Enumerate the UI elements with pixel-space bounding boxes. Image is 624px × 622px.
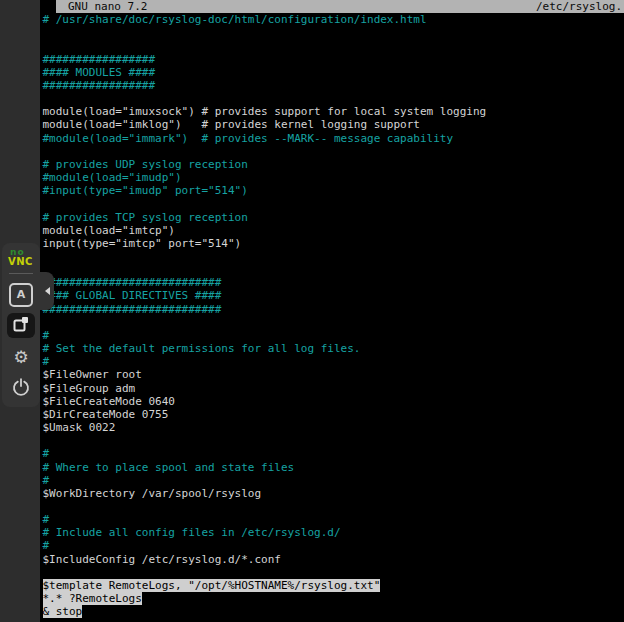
editor-line: $DirCreateMode 0755: [43, 408, 624, 421]
editor-line: ###########################: [43, 303, 624, 316]
editor-line: [43, 316, 624, 329]
editor-line: #################: [43, 53, 624, 66]
editor-line: #: [43, 513, 624, 526]
power-button[interactable]: [7, 376, 35, 401]
editor-line: # provides UDP syslog reception: [43, 158, 624, 171]
editor-content: # /usr/share/doc/rsyslog-doc/html/config…: [43, 13, 624, 618]
editor-line: $IncludeConfig /etc/rsyslog.d/*.conf: [43, 553, 624, 566]
editor-line: #### MODULES ####: [43, 66, 624, 79]
editor-line: [43, 500, 624, 513]
editor-line: *.* ?RemoteLogs: [43, 592, 624, 605]
editor-line: ###########################: [43, 276, 624, 289]
editor-line: $FileGroup adm: [43, 382, 624, 395]
editor-line: #### GLOBAL DIRECTIVES ####: [43, 289, 624, 302]
power-icon: [11, 377, 31, 400]
clipboard-icon-letter: A: [17, 289, 26, 300]
editor-line: # provides TCP syslog reception: [43, 211, 624, 224]
clipboard-button[interactable]: A: [7, 282, 35, 307]
editor-line: #: [43, 355, 624, 368]
editor-line: [43, 434, 624, 447]
editor-line: #: [43, 539, 624, 552]
novnc-logo: no VNC: [8, 248, 34, 266]
editor-line: [43, 92, 624, 105]
editor-line: [43, 263, 624, 276]
editor-line: [43, 40, 624, 53]
nano-titlebar: GNU nano 7.2 /etc/rsyslog.: [56, 0, 624, 13]
editor-line: #module(load="imudp"): [43, 171, 624, 184]
clipboard-icon: A: [9, 283, 33, 307]
editor-line: #input(type="imudp" port="514"): [43, 184, 624, 197]
collapse-left-icon: [45, 287, 50, 295]
editor-line: [43, 26, 624, 39]
editor-line: module(load="imuxsock") # provides suppo…: [43, 105, 624, 118]
editor-line: #################: [43, 79, 624, 92]
nano-app-title: GNU nano 7.2: [68, 0, 147, 13]
fullscreen-button[interactable]: [7, 313, 35, 338]
editor-line: [43, 566, 624, 579]
editor-line: $FileCreateMode 0640: [43, 395, 624, 408]
panel-divider: [9, 273, 33, 274]
editor-line: $WorkDirectory /var/spool/rsyslog: [43, 487, 624, 500]
editor-line: input(type="imtcp" port="514"): [43, 237, 624, 250]
novnc-control-bar: no VNC A ⚙: [2, 243, 40, 407]
nano-file-path: /etc/rsyslog.: [536, 0, 622, 13]
editor-line: module(load="imtcp"): [43, 224, 624, 237]
novnc-logo-vnc: VNC: [8, 257, 34, 266]
control-bar-handle[interactable]: [40, 272, 54, 310]
settings-button[interactable]: ⚙: [7, 344, 35, 369]
editor-line: $FileOwner root: [43, 368, 624, 381]
editor-line: # Include all config files in /etc/rsysl…: [43, 526, 624, 539]
editor-line: $Umask 0022: [43, 421, 624, 434]
editor-line: #module(load="immark") # provides --MARK…: [43, 132, 624, 145]
editor-line: #: [43, 329, 624, 342]
editor-line: module(load="imklog") # provides kernel …: [43, 118, 624, 131]
editor-line: # /usr/share/doc/rsyslog-doc/html/config…: [43, 13, 624, 26]
editor-line: [43, 250, 624, 263]
editor-line: # Set the default permissions for all lo…: [43, 342, 624, 355]
editor-line: & stop: [43, 605, 624, 618]
editor-line: [43, 145, 624, 158]
terminal-screen[interactable]: GNU nano 7.2 /etc/rsyslog. # /usr/share/…: [40, 0, 624, 622]
fullscreen-icon: [12, 315, 30, 336]
editor-line: #: [43, 447, 624, 460]
editor-line: # Where to place spool and state files: [43, 461, 624, 474]
editor-line: [43, 197, 624, 210]
editor-line: #: [43, 474, 624, 487]
settings-gear-icon: ⚙: [13, 349, 28, 366]
editor-line: $template RemoteLogs, "/opt/%HOSTNAME%/r…: [43, 579, 624, 592]
